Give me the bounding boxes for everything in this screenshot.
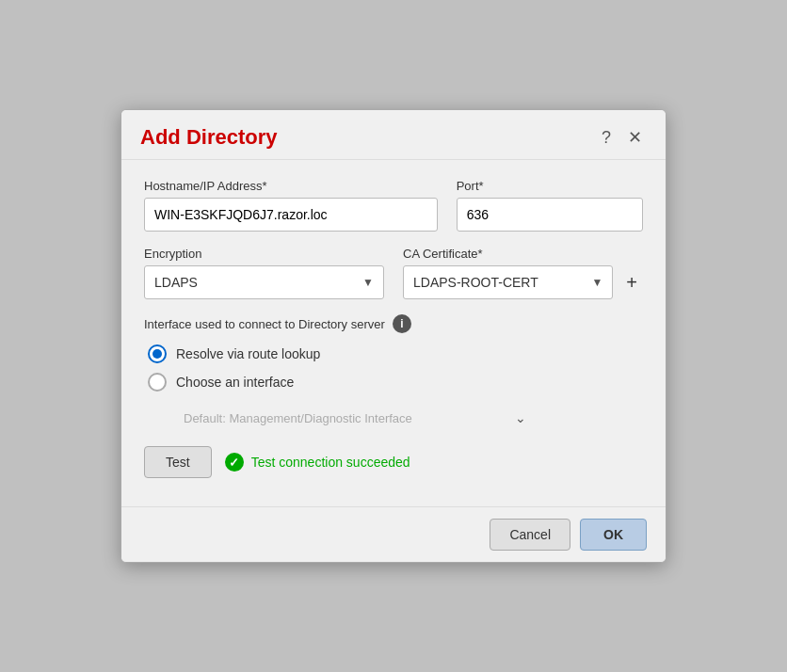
test-row: Test ✓ Test connection succeeded [144,446,643,478]
radio-resolve[interactable]: Resolve via route lookup [148,344,643,363]
interface-dropdown[interactable]: Default: Management/Diagnostic Interface… [176,407,534,429]
ca-cert-select[interactable]: LDAPS-ROOT-CERT [404,266,612,298]
radio-resolve-inner [153,349,162,359]
success-icon: ✓ [225,453,244,472]
interface-label-row: Interface used to connect to Directory s… [144,314,643,333]
add-ca-cert-button[interactable]: + [620,265,643,299]
radio-resolve-circle [148,344,167,363]
add-directory-dialog: Add Directory ? ✕ Hostname/IP Address* P… [120,109,667,563]
close-button[interactable]: ✕ [623,125,647,150]
ca-cert-select-group: LDAPS-ROOT-CERT ▼ [403,265,613,299]
radio-group: Resolve via route lookup Choose an inter… [144,344,643,429]
hostname-label: Hostname/IP Address* [144,179,438,193]
radio-resolve-label: Resolve via route lookup [176,346,320,361]
ca-cert-group: CA Certificate* LDAPS-ROOT-CERT ▼ + [403,247,643,299]
hostname-group: Hostname/IP Address* [144,179,438,232]
test-success-text: Test connection succeeded [251,455,410,470]
header-icons: ? ✕ [597,125,647,150]
info-icon: i [393,314,411,333]
port-input[interactable] [457,198,643,232]
interface-dropdown-placeholder: Default: Management/Diagnostic Interface [184,411,412,425]
port-group: Port* [457,179,643,232]
interface-section: Interface used to connect to Directory s… [144,314,643,429]
dialog-title: Add Directory [140,125,277,150]
encryption-ca-row: Encryption None LDAP LDAPS ▼ CA Certific… [144,247,643,299]
test-button[interactable]: Test [144,446,212,478]
hostname-port-row: Hostname/IP Address* Port* [144,179,643,232]
radio-choose-circle [148,373,167,392]
radio-choose[interactable]: Choose an interface [148,373,643,392]
radio-choose-label: Choose an interface [176,375,294,390]
encryption-select-wrapper: None LDAP LDAPS ▼ [144,265,384,299]
ok-button[interactable]: OK [580,519,647,551]
interface-section-label: Interface used to connect to Directory s… [144,317,385,331]
hostname-input[interactable] [144,198,438,232]
dialog-header: Add Directory ? ✕ [121,110,666,160]
ca-cert-row: LDAPS-ROOT-CERT ▼ + [403,265,643,299]
ca-cert-select-wrapper: LDAPS-ROOT-CERT ▼ [403,265,613,299]
dialog-footer: Cancel OK [121,506,666,562]
interface-chevron-icon: ⌄ [515,410,526,425]
encryption-group: Encryption None LDAP LDAPS ▼ [144,247,384,299]
dialog-body: Hostname/IP Address* Port* Encryption No… [121,160,666,506]
help-button[interactable]: ? [597,126,616,150]
encryption-label: Encryption [144,247,384,261]
ca-cert-label: CA Certificate* [403,247,643,261]
test-success-message: ✓ Test connection succeeded [225,453,410,472]
interface-dropdown-row: Default: Management/Diagnostic Interface… [176,407,643,429]
cancel-button[interactable]: Cancel [490,519,570,551]
encryption-select[interactable]: None LDAP LDAPS [145,266,383,298]
port-label: Port* [457,179,643,193]
